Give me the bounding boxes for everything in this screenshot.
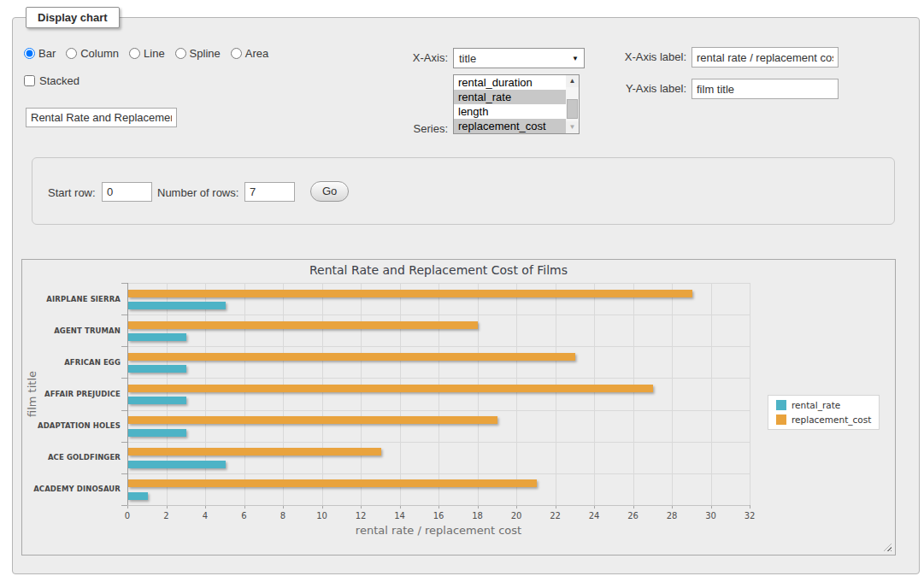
- gridline: [400, 283, 401, 505]
- category-label: AGENT TRUMAN: [22, 326, 121, 335]
- x-tick-label: 14: [383, 511, 417, 520]
- chart-title-input[interactable]: [26, 108, 177, 127]
- chart-type-radio-bar[interactable]: [24, 48, 35, 59]
- y-axis-label-label: Y-Axis label:: [598, 82, 686, 96]
- row-range-box: Start row: Number of rows: Go: [32, 157, 895, 225]
- bar-replacement_cost: [128, 353, 575, 361]
- bar-replacement_cost: [128, 290, 692, 297]
- x-tick-label: 20: [499, 511, 533, 520]
- x-tick-label: 2: [150, 511, 184, 520]
- x-tick-label: 4: [188, 511, 222, 520]
- y-tick-mark: [121, 505, 127, 506]
- chart-type-radio-column[interactable]: [66, 48, 77, 59]
- resize-handle-icon[interactable]: [884, 544, 892, 551]
- chart-type-radio-label: Area: [245, 47, 268, 60]
- x-axis-line: [127, 505, 750, 506]
- y-tick-mark: [121, 410, 127, 411]
- chart-type-radio-spline[interactable]: [175, 48, 186, 59]
- gridline: [127, 442, 750, 443]
- scroll-down-icon[interactable]: ▼: [566, 121, 579, 133]
- legend-label: replacement_cost: [792, 414, 871, 425]
- series-multiselect[interactable]: rental_durationrental_ratelengthreplacem…: [453, 74, 580, 134]
- category-label: AFFAIR PREJUDICE: [22, 390, 121, 398]
- gridline: [127, 378, 750, 379]
- x-tick-label: 28: [655, 511, 689, 520]
- gridline: [750, 283, 750, 505]
- series-option-length[interactable]: length: [454, 104, 566, 119]
- gridline: [127, 410, 750, 411]
- chart-type-option-bar[interactable]: Bar: [24, 47, 56, 60]
- number-of-rows-input[interactable]: [244, 182, 295, 202]
- x-tick-mark: [750, 505, 750, 509]
- bar-rental_rate: [128, 365, 186, 373]
- stacked-checkbox-row: Stacked: [24, 74, 79, 87]
- x-tick-label: 26: [616, 511, 650, 520]
- x-tick-label: 0: [110, 511, 144, 520]
- x-tick-label: 22: [539, 511, 573, 520]
- y-axis-label-input[interactable]: [692, 79, 839, 99]
- x-axis-select-value: title: [459, 52, 476, 65]
- chart-type-radio-label: Spline: [190, 47, 221, 60]
- legend-item-rental_rate[interactable]: rental_rate: [776, 400, 871, 410]
- stacked-checkbox[interactable]: [24, 75, 35, 86]
- gridline: [711, 283, 712, 505]
- gridline: [672, 283, 673, 505]
- y-tick-mark: [121, 473, 127, 474]
- y-tick-mark: [121, 283, 127, 284]
- chart-type-radio-group: BarColumnLineSplineArea: [24, 47, 275, 60]
- gridline: [478, 283, 479, 505]
- series-option-rental_rate[interactable]: rental_rate: [454, 90, 566, 104]
- chart-type-option-column[interactable]: Column: [66, 47, 119, 60]
- category-label: ACADEMY DINOSAUR: [22, 485, 121, 493]
- x-tick-label: 32: [733, 511, 767, 520]
- x-tick-label: 10: [305, 511, 339, 520]
- y-tick-mark: [121, 378, 127, 379]
- chart-x-axis-title: rental rate / replacement cost: [127, 524, 750, 537]
- chart-legend: rental_ratereplacement_cost: [768, 395, 880, 430]
- number-of-rows-label: Number of rows:: [157, 186, 238, 200]
- series-option-replacement_cost[interactable]: replacement_cost: [454, 119, 566, 133]
- scroll-up-icon[interactable]: ▲: [566, 75, 579, 87]
- category-label: AFRICAN EGG: [22, 358, 121, 367]
- bar-rental_rate: [128, 397, 186, 404]
- x-axis-select-label: X-Axis:: [362, 51, 448, 65]
- x-tick-label: 30: [694, 511, 728, 520]
- page-title: Display chart: [26, 7, 120, 28]
- gridline: [167, 283, 168, 505]
- series-option-rental_duration[interactable]: rental_duration: [454, 75, 566, 90]
- chart-type-radio-line[interactable]: [129, 48, 140, 59]
- start-row-input[interactable]: [102, 182, 152, 202]
- chart-type-option-line[interactable]: Line: [129, 47, 165, 60]
- legend-swatch-replacement_cost: [776, 414, 786, 425]
- series-options: rental_durationrental_ratelengthreplacem…: [454, 75, 566, 133]
- series-list-scrollbar[interactable]: ▲ ▼: [566, 75, 579, 133]
- gridline: [283, 283, 284, 505]
- x-axis-select[interactable]: title ▼: [453, 48, 585, 68]
- chart-type-radio-label: Line: [144, 47, 165, 60]
- x-tick-label: 6: [227, 511, 262, 520]
- gridline: [438, 283, 439, 505]
- legend-item-replacement_cost[interactable]: replacement_cost: [776, 414, 871, 425]
- bar-replacement_cost: [128, 385, 653, 392]
- bar-replacement_cost: [128, 416, 497, 424]
- chart-type-option-area[interactable]: Area: [231, 47, 268, 60]
- chart-type-option-spline[interactable]: Spline: [175, 47, 221, 60]
- chart-type-radio-label: Bar: [38, 47, 56, 60]
- legend-label: rental_rate: [792, 400, 840, 410]
- category-label: ACE GOLDFINGER: [22, 453, 121, 461]
- category-label: ADAPTATION HOLES: [22, 421, 121, 430]
- gridline: [516, 283, 517, 505]
- x-axis-label-input[interactable]: [692, 47, 839, 68]
- gridline: [594, 283, 595, 505]
- y-tick-mark: [121, 442, 127, 443]
- category-label: AIRPLANE SIERRA: [22, 295, 121, 303]
- x-axis-label-label: X-Axis label:: [598, 50, 686, 64]
- bar-replacement_cost: [128, 448, 381, 456]
- bar-rental_rate: [128, 333, 186, 341]
- scrollbar-thumb[interactable]: [567, 99, 578, 119]
- y-tick-mark: [121, 315, 127, 315]
- x-tick-label: 8: [266, 511, 300, 520]
- chart-type-radio-area[interactable]: [231, 48, 242, 59]
- go-button[interactable]: Go: [310, 181, 349, 202]
- x-tick-label: 12: [344, 511, 378, 520]
